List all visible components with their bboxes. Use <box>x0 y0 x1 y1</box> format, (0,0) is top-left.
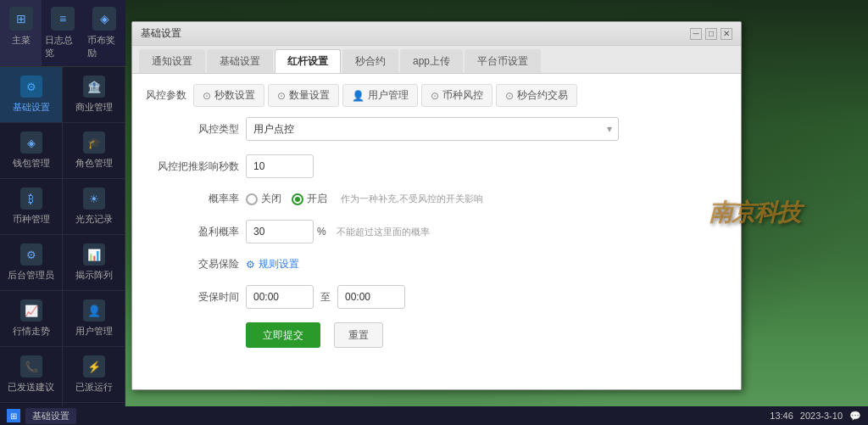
sidebar-label-wallet: 钱包管理 <box>13 157 50 170</box>
form-row-coverage: 受保时间 至 <box>146 285 727 309</box>
taskbar-time: 13:46 <box>770 411 793 421</box>
form-row-profit-rate: 盈利概率 % 不能超过这里面的概率 <box>146 220 727 243</box>
sub-tab-user-mgmt[interactable]: 👤 用户管理 <box>342 84 418 107</box>
sidebar-item-trend[interactable]: 📈 行情走势 <box>0 291 63 347</box>
form-row-actions: 立即提交 重置 <box>146 322 727 348</box>
sidebar-item-coin[interactable]: ₿ 币种管理 <box>0 179 63 235</box>
taskbar-right: 13:46 2023-3-10 💬 <box>770 411 861 422</box>
form-row-risk-type: 风控类型 用户点控 系统自动 手动控制 <box>146 117 727 141</box>
running-icon: ⚡ <box>83 355 105 377</box>
max-trigger-input[interactable] <box>246 154 314 178</box>
pct-symbol: % <box>317 226 326 238</box>
maximize-button[interactable]: □ <box>705 28 717 40</box>
radio-off-label: 关闭 <box>261 192 281 206</box>
windows-icon[interactable]: ⊞ <box>7 409 20 422</box>
sidebar-item-light[interactable]: ☀ 光充记录 <box>63 179 125 235</box>
sidebar-label-bank: 商业管理 <box>75 101 113 114</box>
sub-tab-second[interactable]: ⊙ 秒数设置 <box>193 84 264 107</box>
sub-tab-contract-trade[interactable]: ⊙ 秒合约交易 <box>496 84 577 107</box>
window-controls: ─ □ ✕ <box>690 28 732 40</box>
insurance-label: 交易保险 <box>146 257 239 271</box>
taskbar-app-label[interactable]: 基础设置 <box>25 408 76 424</box>
profit-rate-input[interactable] <box>246 220 314 243</box>
sidebar-item-backend[interactable]: ⚙ 后台管理员 <box>0 235 63 291</box>
diary-icon: ≡ <box>51 7 75 31</box>
time-separator: 至 <box>320 290 331 305</box>
coin-risk-icon: ⊙ <box>431 90 439 102</box>
coverage-from-input[interactable] <box>246 285 314 309</box>
home-icon: ⊞ <box>9 7 33 31</box>
basic-icon: ⚙ <box>20 75 42 98</box>
sub-tab-user-label: 用户管理 <box>368 88 409 103</box>
sidebar-item-wallet[interactable]: ◈ 钱包管理 <box>0 123 63 179</box>
window-content: 风控参数 ⊙ 秒数设置 ⊙ 数量设置 👤 用户管理 ⊙ 币种风控 ⊙ 秒合约交易 <box>132 74 741 389</box>
sidebar-label-basic: 基础设置 <box>13 101 50 114</box>
sidebar-label-market: 揭示阵列 <box>75 269 113 282</box>
win-rate-label: 概率率 <box>146 192 239 206</box>
minimize-button[interactable]: ─ <box>690 28 702 40</box>
tab-notify[interactable]: 通知设置 <box>139 49 205 73</box>
coin-icon: ₿ <box>20 187 42 210</box>
contract-trade-icon: ⊙ <box>505 90 514 102</box>
tab-contract[interactable]: 秒合约 <box>342 49 398 73</box>
window-tabs: 通知设置 基础设置 红杆设置 秒合约 app上传 平台币设置 <box>132 46 741 74</box>
sidebar-grid: ⚙ 基础设置 🏦 商业管理 ◈ 钱包管理 🎓 角色管理 ₿ 币种管理 ☀ 光充记… <box>0 67 125 406</box>
sidebar-label-coin: 币种管理 <box>13 213 50 226</box>
sidebar-item-currency[interactable]: ◈ 币布奖励 <box>84 0 125 66</box>
profit-rate-label: 盈利概率 <box>146 225 239 239</box>
sidebar-item-bank[interactable]: 🏦 商业管理 <box>63 67 125 123</box>
sidebar-item-market[interactable]: 📊 揭示阵列 <box>63 235 125 291</box>
window-titlebar: 基础设置 ─ □ ✕ <box>132 22 741 46</box>
sidebar-item-home[interactable]: ⊞ 主菜 <box>0 0 42 66</box>
insurance-rules-button[interactable]: ⚙ 规则设置 <box>246 257 299 271</box>
user-mgmt-icon: 👤 <box>352 90 364 102</box>
chat-icon[interactable]: 💬 <box>849 411 861 422</box>
sub-tab-quantity-label: 数量设置 <box>289 88 330 103</box>
sidebar-label-role: 角色管理 <box>75 157 113 170</box>
currency-icon: ◈ <box>92 7 116 31</box>
wallet-icon: ◈ <box>20 131 42 154</box>
sidebar-item-suggest[interactable]: 📞 已发送建议 <box>0 347 63 403</box>
window-title: 基础设置 <box>141 26 690 41</box>
coverage-to-input[interactable] <box>337 285 405 309</box>
sub-tab-bar: 风控参数 ⊙ 秒数设置 ⊙ 数量设置 👤 用户管理 ⊙ 币种风控 ⊙ 秒合约交易 <box>146 84 727 107</box>
sidebar-top-label-currency: 币布奖励 <box>87 34 122 59</box>
form-row-win-rate: 概率率 关闭 开启 作为一种补充,不受风控的开关影响 <box>146 192 727 206</box>
tab-platform[interactable]: 平台币设置 <box>465 49 541 73</box>
sub-tab-coin-risk[interactable]: ⊙ 币种风控 <box>421 84 492 107</box>
risk-type-select[interactable]: 用户点控 系统自动 手动控制 <box>246 117 619 141</box>
quantity-icon: ⊙ <box>277 90 286 102</box>
sidebar-top: ⊞ 主菜 ≡ 日志总览 ◈ 币布奖励 <box>0 0 125 67</box>
sidebar-top-label-diary: 日志总览 <box>45 34 80 59</box>
sidebar-item-running[interactable]: ⚡ 已派运行 <box>63 347 125 403</box>
sub-tab-quantity[interactable]: ⊙ 数量设置 <box>268 84 339 107</box>
sidebar-item-user[interactable]: 👤 用户管理 <box>63 291 125 347</box>
insurance-btn-label: 规则设置 <box>259 257 299 271</box>
tab-app[interactable]: app上传 <box>400 49 463 73</box>
profit-rate-hint: 不能超过这里面的概率 <box>337 226 430 238</box>
sub-tab-second-label: 秒数设置 <box>214 88 255 103</box>
tab-basic[interactable]: 基础设置 <box>207 49 273 73</box>
radio-on[interactable]: 开启 <box>292 192 327 206</box>
sidebar-item-diary[interactable]: ≡ 日志总览 <box>42 0 83 66</box>
radio-off[interactable]: 关闭 <box>246 192 281 206</box>
time-row: 至 <box>246 285 405 309</box>
backend-icon: ⚙ <box>20 243 42 266</box>
submit-button[interactable]: 立即提交 <box>246 322 320 348</box>
reset-button[interactable]: 重置 <box>334 322 383 348</box>
tab-redpacket[interactable]: 红杆设置 <box>275 49 341 73</box>
suggest-icon: 📞 <box>20 355 42 377</box>
profit-rate-input-group: % 不能超过这里面的概率 <box>246 220 430 243</box>
taskbar: ⊞ 基础设置 13:46 2023-3-10 💬 <box>0 406 868 425</box>
taskbar-left: ⊞ 基础设置 <box>7 408 76 424</box>
trend-icon: 📈 <box>20 299 42 322</box>
sidebar: ⊞ 主菜 ≡ 日志总览 ◈ 币布奖励 ⚙ 基础设置 🏦 商业管理 ◈ 钱包管理 … <box>0 0 125 406</box>
sub-tab-contract-trade-label: 秒合约交易 <box>517 88 568 103</box>
max-trigger-label: 风控把推影响秒数 <box>146 159 239 174</box>
sidebar-label-running: 已派运行 <box>75 381 113 394</box>
sidebar-item-role[interactable]: 🎓 角色管理 <box>63 123 125 179</box>
sidebar-item-basic[interactable]: ⚙ 基础设置 <box>0 67 63 123</box>
sidebar-label-light: 光充记录 <box>75 213 113 226</box>
form-row-max-trigger: 风控把推影响秒数 <box>146 154 727 178</box>
close-button[interactable]: ✕ <box>721 28 732 40</box>
